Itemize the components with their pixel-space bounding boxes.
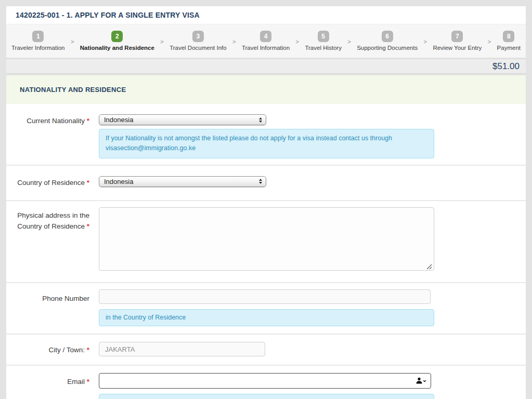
chevron-right-separator: > xyxy=(160,38,163,45)
email-input[interactable] xyxy=(99,373,431,389)
physical-address-textarea[interactable] xyxy=(99,207,434,271)
step-traveler-information[interactable]: 1 Traveler Information xyxy=(11,31,64,51)
section-title: NATIONALITY AND RESIDENCE xyxy=(6,75,526,104)
step-badge: 6 xyxy=(382,31,393,42)
nationality-help-note: If your Nationality is not amongst the l… xyxy=(99,129,434,158)
form-row-city-town: City / Town: * xyxy=(6,334,526,365)
resize-handle-icon[interactable] xyxy=(426,263,432,270)
country-of-residence-select[interactable]: Indonesia xyxy=(99,176,266,187)
step-badge: 1 xyxy=(32,31,44,42)
step-travel-history[interactable]: 5 Travel History xyxy=(305,31,342,51)
phone-number-input[interactable] xyxy=(99,289,431,304)
city-town-input[interactable] xyxy=(99,342,265,356)
step-badge-active: 2 xyxy=(111,31,123,42)
form-row-country-of-residence: Country of Residence * Indonesia xyxy=(6,165,526,200)
step-badge: 8 xyxy=(503,31,514,42)
phone-help-note: in the Country of Residence xyxy=(99,309,434,326)
chevron-right-separator: > xyxy=(71,38,74,45)
current-nationality-label: Current Nationality * xyxy=(6,114,89,158)
form-row-current-nationality: Current Nationality * Indonesia If your … xyxy=(6,104,526,165)
nationality-residence-form: Current Nationality * Indonesia If your … xyxy=(6,104,526,399)
form-row-email: Email * in the Country of Residence xyxy=(6,365,526,399)
current-nationality-select[interactable]: Indonesia xyxy=(99,114,266,125)
form-row-physical-address: Physical address in the Country of Resid… xyxy=(6,200,526,282)
fee-amount: $51.00 xyxy=(492,61,520,72)
selected-value: Indonesia xyxy=(104,178,133,185)
chevron-right-separator: > xyxy=(347,38,351,45)
form-row-phone-number: Phone Number in the Country of Residence xyxy=(6,282,526,334)
step-review-your-entry[interactable]: 7 Review Your Entry xyxy=(433,31,482,51)
application-page: 1420225-001 - 1. APPLY FOR A SINGLE ENTR… xyxy=(6,6,526,399)
step-badge: 5 xyxy=(318,31,329,42)
required-marker: * xyxy=(87,179,89,187)
page-title: 1420225-001 - 1. APPLY FOR A SINGLE ENTR… xyxy=(6,6,526,24)
required-marker: * xyxy=(87,378,89,385)
step-nationality-and-residence[interactable]: 2 Nationality and Residence xyxy=(80,31,154,51)
step-badge: 4 xyxy=(260,31,271,42)
email-label: Email * xyxy=(6,373,89,399)
phone-number-label: Phone Number xyxy=(6,289,89,326)
step-travel-information[interactable]: 4 Travel Information xyxy=(242,31,290,51)
email-help-note: in the Country of Residence xyxy=(99,394,434,399)
physical-address-label: Physical address in the Country of Resid… xyxy=(6,207,89,273)
step-supporting-documents[interactable]: 6 Supporting Documents xyxy=(357,31,418,51)
select-stepper-arrows-icon xyxy=(259,179,262,184)
chevron-right-separator: > xyxy=(296,38,299,45)
country-of-residence-label: Country of Residence * xyxy=(6,176,89,189)
step-progress: 1 Traveler Information > 2 Nationality a… xyxy=(6,24,526,58)
contact-autofill-person-icon[interactable] xyxy=(416,377,427,384)
select-stepper-arrows-icon xyxy=(259,117,262,123)
fee-bar: $51.00 xyxy=(6,59,526,74)
selected-value: Indonesia xyxy=(104,116,133,124)
step-travel-document-info[interactable]: 3 Travel Document Info xyxy=(170,31,227,51)
chevron-right-separator: > xyxy=(424,38,427,45)
chevron-right-separator: > xyxy=(232,38,236,45)
required-marker: * xyxy=(87,117,89,125)
contact-email-text: visasection@immigration.go.ke xyxy=(106,143,427,153)
step-payment[interactable]: 8 Payment xyxy=(497,31,521,51)
required-marker: * xyxy=(87,222,89,230)
required-marker: * xyxy=(87,346,89,354)
city-town-label: City / Town: * xyxy=(6,342,89,356)
step-badge: 7 xyxy=(451,31,463,42)
chevron-right-separator: > xyxy=(488,38,491,45)
step-badge: 3 xyxy=(192,31,204,42)
